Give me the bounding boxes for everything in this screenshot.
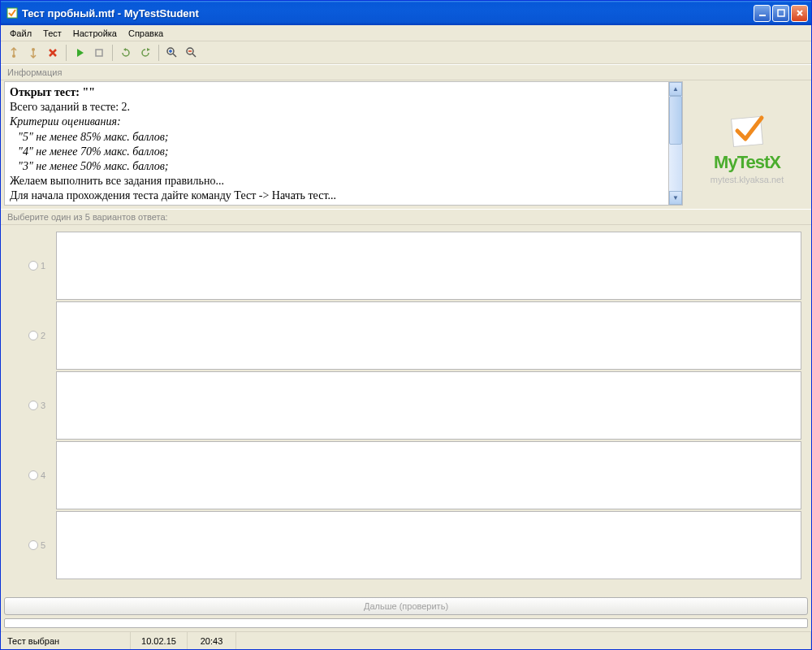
- toolbar-separator: [66, 45, 67, 61]
- info-total: Всего заданий в тесте: 2.: [10, 100, 663, 115]
- statusbar: Тест выбран 10.02.15 20:43: [1, 631, 811, 649]
- info-panel: Открыт тест: "" Всего заданий в тесте: 2…: [4, 81, 683, 206]
- next-button[interactable]: Дальше (проверить): [4, 597, 808, 615]
- next-button-row: Дальше (проверить): [1, 596, 811, 618]
- menu-test[interactable]: Тест: [37, 27, 67, 40]
- answer-number: 2: [41, 331, 45, 340]
- info-panel-header: Информация: [1, 64, 811, 80]
- answer-box-1[interactable]: [56, 232, 801, 300]
- maximize-button[interactable]: [772, 5, 789, 22]
- answer-number: 5: [41, 540, 45, 550]
- scroll-track[interactable]: [669, 96, 682, 191]
- logo-checkmark-icon: [723, 111, 771, 152]
- toolbar-separator: [158, 45, 159, 61]
- answer-row: 1: [11, 232, 801, 300]
- svg-point-3: [12, 54, 15, 58]
- answers-area: 1 2 3 4: [1, 225, 811, 596]
- answer-radio-1[interactable]: 1: [11, 261, 56, 271]
- hand-up-icon[interactable]: [6, 45, 22, 61]
- app-window: Тест пробный.mtf - MyTestStudent Файл Те…: [0, 0, 812, 650]
- svg-rect-2: [778, 10, 784, 16]
- info-start: Для начала прохождения теста дайте коман…: [10, 188, 663, 203]
- window-controls: [754, 5, 808, 22]
- radio-icon[interactable]: [28, 470, 38, 480]
- radio-icon[interactable]: [28, 540, 38, 550]
- back-icon[interactable]: [137, 45, 153, 61]
- menu-settings[interactable]: Настройка: [67, 27, 123, 40]
- svg-point-4: [32, 48, 35, 51]
- info-grade4: "4" не менее 70% макс. баллов;: [18, 145, 663, 159]
- answer-box-2[interactable]: [56, 301, 801, 370]
- answer-radio-5[interactable]: 5: [11, 540, 56, 550]
- scroll-down-icon[interactable]: ▼: [669, 191, 682, 205]
- progress-row: [1, 618, 811, 631]
- cancel-icon[interactable]: [45, 45, 61, 61]
- answer-number: 4: [41, 470, 45, 480]
- answer-row: 5: [11, 511, 801, 579]
- close-button[interactable]: [791, 5, 808, 22]
- answer-radio-2[interactable]: 2: [11, 331, 56, 340]
- info-grade3: "3" не менее 50% макс. баллов;: [18, 159, 663, 174]
- scroll-up-icon[interactable]: ▲: [669, 82, 682, 96]
- play-icon[interactable]: [71, 45, 88, 61]
- logo-area: MyTestX mytest.klyaksa.net: [686, 81, 808, 206]
- answer-number: 1: [41, 261, 45, 271]
- scrollbar[interactable]: ▲ ▼: [668, 82, 682, 205]
- stop-icon[interactable]: [91, 45, 107, 61]
- titlebar: Тест пробный.mtf - MyTestStudent: [1, 1, 811, 25]
- info-text: Открыт тест: "" Всего заданий в тесте: 2…: [5, 82, 668, 205]
- window-title: Тест пробный.mtf - MyTestStudent: [22, 7, 754, 20]
- app-icon: [6, 6, 19, 20]
- hand-down-icon[interactable]: [25, 45, 41, 61]
- answer-box-5[interactable]: [56, 511, 801, 579]
- scroll-thumb[interactable]: [669, 96, 682, 145]
- answer-box-4[interactable]: [56, 441, 801, 509]
- info-grade5: "5" не менее 85% макс. баллов;: [18, 130, 663, 145]
- status-date: 10.02.15: [131, 632, 188, 649]
- toolbar-separator: [112, 45, 113, 61]
- question-panel-header: Выберите один из 5 вариантов ответа:: [1, 209, 811, 225]
- logo-text: MyTestX: [714, 152, 780, 173]
- answer-row: 4: [11, 441, 801, 509]
- info-section: Открыт тест: "" Всего заданий в тесте: 2…: [1, 80, 811, 209]
- menu-file[interactable]: Файл: [4, 27, 37, 40]
- logo-url: mytest.klyaksa.net: [710, 175, 784, 184]
- radio-icon[interactable]: [28, 331, 38, 340]
- svg-rect-5: [96, 50, 102, 56]
- info-criteria: Критерии оценивания:: [10, 115, 663, 129]
- answer-row: 2: [11, 301, 801, 370]
- radio-icon[interactable]: [28, 401, 38, 410]
- answer-radio-4[interactable]: 4: [11, 470, 56, 480]
- answer-radio-3[interactable]: 3: [11, 401, 56, 410]
- answer-box-3[interactable]: [56, 371, 801, 440]
- zoom-out-icon[interactable]: [184, 45, 200, 61]
- progress-bar: [4, 618, 808, 628]
- menu-help[interactable]: Справка: [123, 27, 169, 40]
- status-state: Тест выбран: [1, 632, 131, 649]
- toolbar: [1, 41, 811, 64]
- status-time: 20:43: [188, 632, 236, 649]
- info-wish: Желаем выполнить все задания правильно..…: [10, 174, 663, 188]
- minimize-button[interactable]: [754, 5, 771, 22]
- zoom-in-icon[interactable]: [164, 45, 180, 61]
- refresh-icon[interactable]: [118, 45, 134, 61]
- info-opened: Открыт тест: "": [10, 85, 663, 100]
- answer-number: 3: [41, 401, 45, 410]
- svg-rect-1: [759, 15, 766, 16]
- answer-row: 3: [11, 371, 801, 440]
- radio-icon[interactable]: [28, 261, 38, 271]
- menubar: Файл Тест Настройка Справка: [1, 25, 811, 41]
- status-empty: [236, 632, 811, 649]
